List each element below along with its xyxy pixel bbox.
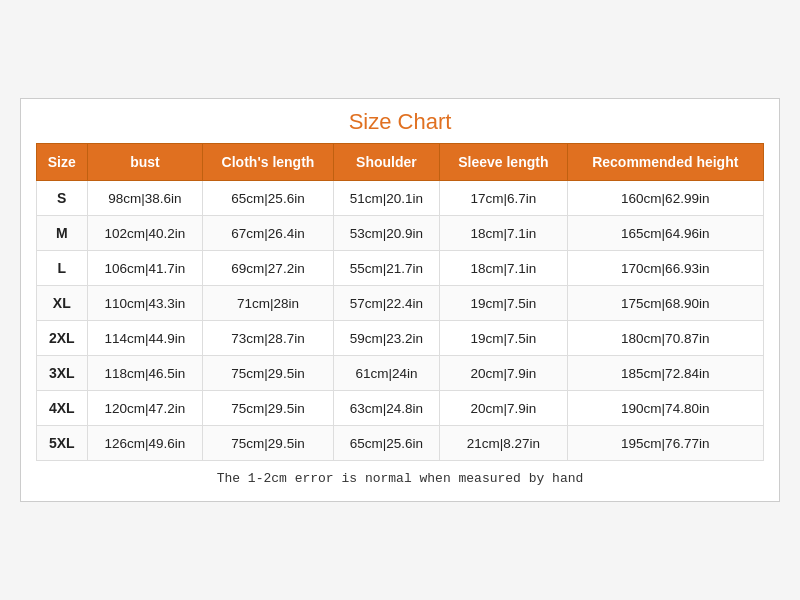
- cell-cloth_length: 73cm|28.7in: [203, 321, 333, 356]
- table-row: 4XL120cm|47.2in75cm|29.5in63cm|24.8in20c…: [37, 391, 764, 426]
- col-header-sleeve-length: Sleeve length: [440, 144, 567, 181]
- col-header-bust: bust: [87, 144, 203, 181]
- table-row: S98cm|38.6in65cm|25.6in51cm|20.1in17cm|6…: [37, 181, 764, 216]
- cell-size: 4XL: [37, 391, 88, 426]
- cell-size: 5XL: [37, 426, 88, 461]
- cell-shoulder: 65cm|25.6in: [333, 426, 439, 461]
- table-row: 3XL118cm|46.5in75cm|29.5in61cm|24in20cm|…: [37, 356, 764, 391]
- col-header-shoulder: Shoulder: [333, 144, 439, 181]
- cell-rec_height: 190cm|74.80in: [567, 391, 763, 426]
- cell-shoulder: 59cm|23.2in: [333, 321, 439, 356]
- cell-shoulder: 63cm|24.8in: [333, 391, 439, 426]
- cell-sleeve_length: 19cm|7.5in: [440, 321, 567, 356]
- cell-shoulder: 55cm|21.7in: [333, 251, 439, 286]
- cell-rec_height: 165cm|64.96in: [567, 216, 763, 251]
- cell-cloth_length: 75cm|29.5in: [203, 356, 333, 391]
- cell-shoulder: 57cm|22.4in: [333, 286, 439, 321]
- cell-size: XL: [37, 286, 88, 321]
- cell-rec_height: 185cm|72.84in: [567, 356, 763, 391]
- cell-size: 2XL: [37, 321, 88, 356]
- col-header-size: Size: [37, 144, 88, 181]
- cell-bust: 102cm|40.2in: [87, 216, 203, 251]
- cell-rec_height: 180cm|70.87in: [567, 321, 763, 356]
- cell-sleeve_length: 18cm|7.1in: [440, 251, 567, 286]
- cell-size: S: [37, 181, 88, 216]
- size-table: Size bust Cloth's length Shoulder Sleeve…: [36, 143, 764, 461]
- cell-rec_height: 170cm|66.93in: [567, 251, 763, 286]
- cell-size: M: [37, 216, 88, 251]
- table-body: S98cm|38.6in65cm|25.6in51cm|20.1in17cm|6…: [37, 181, 764, 461]
- footer-note: The 1-2cm error is normal when measured …: [36, 471, 764, 486]
- cell-bust: 110cm|43.3in: [87, 286, 203, 321]
- cell-cloth_length: 71cm|28in: [203, 286, 333, 321]
- cell-bust: 106cm|41.7in: [87, 251, 203, 286]
- col-header-cloth-length: Cloth's length: [203, 144, 333, 181]
- cell-bust: 126cm|49.6in: [87, 426, 203, 461]
- table-header-row: Size bust Cloth's length Shoulder Sleeve…: [37, 144, 764, 181]
- cell-sleeve_length: 18cm|7.1in: [440, 216, 567, 251]
- cell-sleeve_length: 17cm|6.7in: [440, 181, 567, 216]
- cell-cloth_length: 69cm|27.2in: [203, 251, 333, 286]
- chart-title: Size Chart: [36, 109, 764, 135]
- cell-rec_height: 160cm|62.99in: [567, 181, 763, 216]
- cell-cloth_length: 67cm|26.4in: [203, 216, 333, 251]
- size-chart-container: Size Chart Size bust Cloth's length Shou…: [20, 98, 780, 502]
- cell-shoulder: 51cm|20.1in: [333, 181, 439, 216]
- cell-size: L: [37, 251, 88, 286]
- cell-sleeve_length: 20cm|7.9in: [440, 356, 567, 391]
- table-row: XL110cm|43.3in71cm|28in57cm|22.4in19cm|7…: [37, 286, 764, 321]
- cell-bust: 114cm|44.9in: [87, 321, 203, 356]
- cell-size: 3XL: [37, 356, 88, 391]
- cell-bust: 98cm|38.6in: [87, 181, 203, 216]
- table-row: M102cm|40.2in67cm|26.4in53cm|20.9in18cm|…: [37, 216, 764, 251]
- cell-cloth_length: 75cm|29.5in: [203, 426, 333, 461]
- cell-shoulder: 53cm|20.9in: [333, 216, 439, 251]
- cell-bust: 120cm|47.2in: [87, 391, 203, 426]
- cell-sleeve_length: 21cm|8.27in: [440, 426, 567, 461]
- cell-rec_height: 195cm|76.77in: [567, 426, 763, 461]
- cell-sleeve_length: 20cm|7.9in: [440, 391, 567, 426]
- cell-bust: 118cm|46.5in: [87, 356, 203, 391]
- cell-rec_height: 175cm|68.90in: [567, 286, 763, 321]
- cell-cloth_length: 65cm|25.6in: [203, 181, 333, 216]
- col-header-rec-height: Recommended height: [567, 144, 763, 181]
- cell-sleeve_length: 19cm|7.5in: [440, 286, 567, 321]
- table-row: L106cm|41.7in69cm|27.2in55cm|21.7in18cm|…: [37, 251, 764, 286]
- table-row: 2XL114cm|44.9in73cm|28.7in59cm|23.2in19c…: [37, 321, 764, 356]
- table-row: 5XL126cm|49.6in75cm|29.5in65cm|25.6in21c…: [37, 426, 764, 461]
- cell-shoulder: 61cm|24in: [333, 356, 439, 391]
- cell-cloth_length: 75cm|29.5in: [203, 391, 333, 426]
